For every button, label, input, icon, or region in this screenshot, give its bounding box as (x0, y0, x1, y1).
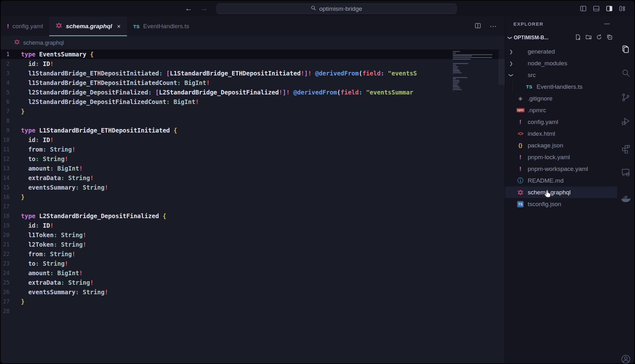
code-line[interactable]: 3 l1StandardBridge_ETHDepositInitiated: … (1, 68, 505, 78)
command-center-search[interactable]: optimism-bridge (217, 3, 457, 14)
minimap-line (453, 71, 460, 72)
explorer-item-package-json[interactable]: {}package.json (505, 140, 617, 151)
toggle-panel-icon[interactable] (592, 5, 600, 12)
search-icon[interactable] (621, 68, 631, 78)
nav-back-icon[interactable]: ← (185, 4, 192, 13)
code-text: extraData: String! (21, 173, 94, 183)
explorer-item-index-html[interactable]: <>index.html (505, 128, 617, 140)
code-line[interactable]: 18type L2StandardBridge_DepositFinalized… (1, 211, 505, 221)
code-line[interactable]: 13 amount: BigInt! (1, 164, 505, 173)
line-number: 4 (1, 78, 21, 88)
chevron-right-icon: ❯ (509, 49, 513, 54)
code-line[interactable]: 10 id: ID! (1, 135, 505, 145)
line-number: 16 (1, 192, 21, 202)
explorer-item-pnpm-workspace-yaml[interactable]: !pnpm-workspace.yaml (505, 163, 617, 175)
docker-icon[interactable] (621, 194, 631, 204)
editor-region: ! config.yaml schema.graphql × TS EventH… (1, 16, 505, 363)
tab-eventhandlers-ts[interactable]: TS EventHandlers.ts (127, 16, 196, 36)
explorer-item-label: package.json (528, 142, 563, 149)
code-text: type EventsSummary { (21, 49, 94, 59)
code-line[interactable]: 16} (1, 192, 505, 202)
toggle-sidebar-right-icon[interactable] (605, 5, 613, 12)
refresh-explorer-icon[interactable] (596, 34, 602, 42)
collapse-folders-icon[interactable] (606, 34, 613, 42)
code-line[interactable]: 4 l1StandardBridge_ETHDepositInitiatedCo… (1, 78, 505, 88)
code-line[interactable]: 21 l2Token: String! (1, 240, 505, 249)
code-line[interactable]: 24 amount: BigInt! (1, 268, 505, 278)
code-line[interactable]: 11 from: String! (1, 145, 505, 154)
editor-scrollbar[interactable] (498, 49, 505, 85)
project-root-row[interactable]: ❯ OPTIMISM-B... (505, 31, 617, 44)
code-line[interactable]: 9type L1StandardBridge_ETHDepositInitiat… (1, 126, 505, 135)
code-line[interactable]: 20 l1Token: String! (1, 230, 505, 240)
code-line[interactable]: 12 to: String! (1, 154, 505, 164)
code-text: l1Token: String! (21, 230, 86, 240)
source-control-icon[interactable] (621, 93, 631, 102)
explorer-item-pnpm-lock-yaml[interactable]: !pnpm-lock.yaml (505, 151, 617, 163)
minimap-line (453, 63, 468, 64)
explorer-item-label: README.md (528, 177, 564, 184)
new-folder-icon[interactable] (585, 34, 592, 42)
code-line[interactable]: 15 eventsSummary: String! (1, 183, 505, 192)
explorer-item-generated[interactable]: ❯generated (505, 46, 617, 57)
code-text: l2StandardBridge_DepositFinalizedCount: … (21, 97, 199, 107)
explorer-item--npmrc[interactable]: npm.npmrc (505, 104, 617, 116)
explorer-item-eventhandlers-ts[interactable]: TSEventHandlers.ts (505, 81, 617, 93)
run-debug-icon[interactable] (621, 117, 631, 126)
remote-explorer-icon[interactable] (621, 167, 631, 177)
tab-schema-graphql[interactable]: schema.graphql × (49, 16, 127, 36)
explorer-item-node-modules[interactable]: ❯node_modules (505, 57, 617, 69)
explorer-title: EXPLORER (513, 21, 544, 27)
code-line[interactable]: 19 id: ID! (1, 221, 505, 230)
breadcrumb[interactable]: schema.graphql (1, 36, 505, 49)
code-line[interactable]: 28 (1, 306, 505, 316)
account-icon[interactable] (620, 354, 631, 363)
explorer-icon[interactable] (621, 44, 631, 54)
tab-config-yaml[interactable]: ! config.yaml (1, 16, 49, 36)
graphql-icon (517, 189, 524, 196)
code-text: eventsSummary: String! (21, 287, 108, 297)
explorer-item-config-yaml[interactable]: !config.yaml (505, 116, 617, 128)
minimap-line (453, 80, 459, 81)
code-line[interactable]: 7} (1, 107, 505, 116)
code-line[interactable]: 2 id: ID! (1, 59, 505, 68)
explorer-item-readme-md[interactable]: ⓘREADME.md (505, 175, 617, 186)
code-line[interactable]: 22 from: String! (1, 249, 505, 259)
titlebar: ← → optimism-bridge (1, 1, 634, 16)
code-editor[interactable]: 1type EventsSummary {2 id: ID!3 l1Standa… (1, 49, 505, 363)
split-editor-icon[interactable] (474, 22, 481, 30)
json-braces-icon: {} (517, 143, 524, 148)
minimap-line (453, 59, 471, 60)
code-line[interactable]: 25 extraData: String! (1, 278, 505, 287)
close-icon[interactable]: × (117, 23, 121, 30)
explorer-more-icon[interactable]: ⋯ (604, 20, 610, 27)
code-line[interactable]: 1type EventsSummary { (1, 49, 505, 59)
code-line[interactable]: 26 eventsSummary: String! (1, 287, 505, 297)
nav-forward-icon[interactable]: → (200, 4, 208, 13)
code-text: } (21, 297, 24, 306)
code-line[interactable]: 8 (1, 116, 505, 126)
code-text: l2StandardBridge_DepositFinalized: [L2St… (21, 88, 413, 97)
customize-layout-icon[interactable] (618, 5, 626, 12)
minimap-line (453, 66, 458, 67)
code-line[interactable]: 6 l2StandardBridge_DepositFinalizedCount… (1, 97, 505, 107)
code-text: l2Token: String! (21, 240, 86, 249)
explorer-item-tsconfig-json[interactable]: TStsconfig.json (505, 198, 617, 210)
explorer-item-schema-graphql[interactable]: schema.graphql (505, 186, 617, 198)
more-actions-icon[interactable]: ⋯ (490, 22, 497, 30)
minimap[interactable] (453, 51, 497, 94)
explorer-item-label: tsconfig.json (528, 201, 561, 208)
code-line[interactable]: 23 to: String! (1, 259, 505, 268)
code-line[interactable]: 27} (1, 297, 505, 306)
code-text: to: String! (21, 154, 68, 164)
extensions-icon[interactable] (621, 144, 631, 153)
explorer-item--gitignore[interactable]: ◈.gitignore (505, 93, 617, 104)
new-file-icon[interactable] (575, 34, 581, 42)
explorer-item-src[interactable]: ❯src (505, 69, 617, 81)
explorer-item-label: .npmrc (528, 107, 546, 114)
code-line[interactable]: 14 extraData: String! (1, 173, 505, 183)
code-line[interactable]: 17 (1, 202, 505, 211)
code-text: eventsSummary: String! (21, 183, 108, 192)
toggle-sidebar-left-icon[interactable] (579, 5, 587, 12)
code-line[interactable]: 5 l2StandardBridge_DepositFinalized: [L2… (1, 88, 505, 97)
